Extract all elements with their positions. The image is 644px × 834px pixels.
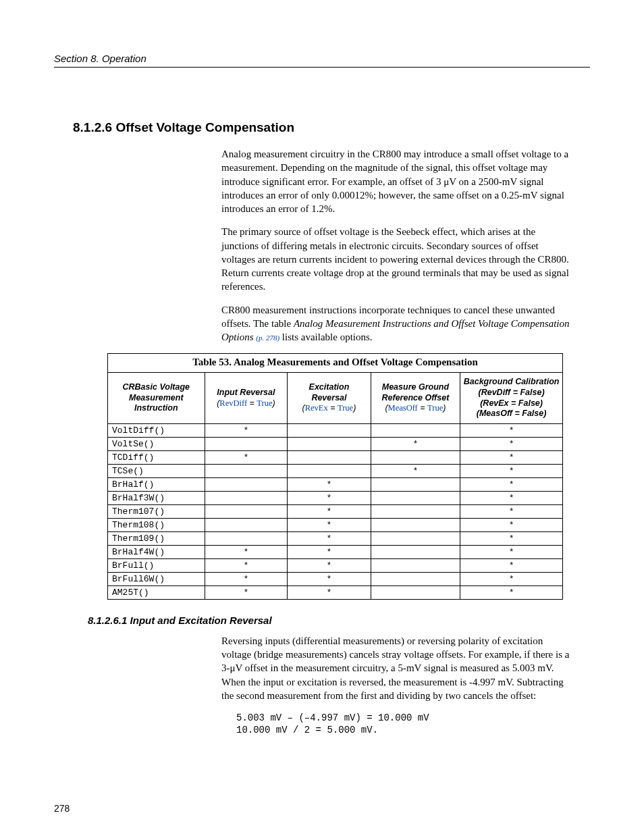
table-cell-b: [288, 437, 371, 450]
table-cell-b: *: [288, 518, 371, 531]
table-cell-b: *: [288, 531, 371, 545]
hdr-title: Background Calibration: [464, 377, 560, 386]
table-cell-a: [205, 464, 288, 477]
table-cell-a: *: [205, 585, 288, 599]
hdr-line-3: (RevEx = False): [480, 398, 543, 408]
paragraph-1: Analog measurement circuitry in the CR80…: [221, 147, 570, 215]
param-val: True: [257, 398, 272, 408]
table-row: BrHalf()**: [108, 477, 563, 491]
subsection-paragraph: Reversing inputs (differential measureme…: [221, 634, 570, 702]
col-header-ground-reference-offset: Measure Ground Reference Offset (MeasOff…: [371, 373, 460, 424]
table-cell-instr: BrHalf4W(): [108, 545, 205, 558]
table-cell-instr: Therm109(): [108, 531, 205, 545]
paren-close: ): [443, 403, 446, 413]
table-cell-d: *: [460, 423, 563, 437]
table-caption: Table 53. Analog Measurements and Offset…: [107, 353, 563, 372]
table-cell-d: *: [460, 491, 563, 504]
table-cell-c: [371, 491, 460, 504]
table-row: VoltDiff()**: [108, 423, 563, 437]
table-cell-c: [371, 558, 460, 572]
table-cell-a: [205, 437, 288, 450]
table-cell-d: *: [460, 450, 563, 464]
table-row: Therm109()**: [108, 531, 563, 545]
col-header-background-calibration: Background Calibration (RevDiff = False)…: [460, 373, 563, 424]
table-cell-c: [371, 477, 460, 491]
body-text-block: Analog measurement circuitry in the CR80…: [221, 147, 570, 344]
table-cell-instr: BrHalf3W(): [108, 491, 205, 504]
table-cell-b: *: [288, 585, 371, 599]
table-cell-b: *: [288, 545, 371, 558]
table-cell-d: *: [460, 531, 563, 545]
param-name: RevEx: [305, 403, 328, 413]
param-val: True: [338, 403, 353, 413]
table-header-row: CRBasic Voltage Measurement Instruction …: [108, 373, 563, 424]
table-row: BrFull()***: [108, 558, 563, 572]
hdr-line-2: (RevDiff = False): [479, 388, 545, 397]
p3-page-reference-link[interactable]: (p. 278): [256, 334, 279, 342]
hdr-title: Input Reversal: [217, 388, 275, 397]
table-cell-a: [205, 531, 288, 545]
col-header-instruction: CRBasic Voltage Measurement Instruction: [108, 373, 205, 424]
table-cell-a: *: [205, 572, 288, 585]
param-eq: =: [247, 398, 257, 408]
table-row: TCDiff()**: [108, 450, 563, 464]
param-name: MeasOff: [388, 403, 418, 413]
table-cell-instr: BrHalf(): [108, 477, 205, 491]
param-val: True: [427, 403, 443, 413]
table-cell-c: [371, 585, 460, 599]
table-cell-c: [371, 518, 460, 531]
table-cell-c: [371, 545, 460, 558]
page-number: 278: [54, 803, 70, 814]
hdr-param: (RevDiff = True): [217, 398, 275, 408]
table-cell-instr: BrFull6W(): [108, 572, 205, 585]
hdr-title: Excitation Reversal: [309, 382, 350, 402]
subsection-body-block: Reversing inputs (differential measureme…: [221, 634, 570, 702]
hdr-param: (RevEx = True): [302, 403, 356, 413]
calculation-code-block: 5.003 mV – (–4.997 mV) = 10.000 mV 10.00…: [236, 712, 590, 736]
table-cell-d: *: [460, 504, 563, 518]
table-cell-d: *: [460, 518, 563, 531]
table-cell-a: *: [205, 558, 288, 572]
table-cell-c: [371, 504, 460, 518]
table-cell-d: *: [460, 572, 563, 585]
table-cell-instr: VoltSe(): [108, 437, 205, 450]
table-cell-b: *: [288, 504, 371, 518]
paren-close: ): [353, 403, 356, 413]
table-cell-a: [205, 477, 288, 491]
table-cell-d: *: [460, 437, 563, 450]
table-cell-b: [288, 464, 371, 477]
table-cell-c: [371, 450, 460, 464]
table-cell-a: *: [205, 450, 288, 464]
table-row: BrHalf4W()***: [108, 545, 563, 558]
offset-compensation-table: Table 53. Analog Measurements and Offset…: [107, 353, 563, 600]
section-heading: 8.1.2.6 Offset Voltage Compensation: [73, 120, 590, 135]
table-cell-b: *: [288, 572, 371, 585]
table-cell-instr: TCDiff(): [108, 450, 205, 464]
table-cell-instr: BrFull(): [108, 558, 205, 572]
table-cell-b: *: [288, 491, 371, 504]
table-cell-a: *: [205, 423, 288, 437]
table-cell-b: *: [288, 477, 371, 491]
table-cell-b: [288, 423, 371, 437]
param-eq: =: [418, 403, 427, 413]
table-cell-d: *: [460, 464, 563, 477]
param-name: RevDiff: [219, 398, 247, 408]
table-cell-c: [371, 531, 460, 545]
table-cell-c: [371, 423, 460, 437]
param-eq: =: [328, 403, 338, 413]
hdr-title: Measure Ground Reference Offset: [381, 382, 449, 402]
table-cell-d: *: [460, 585, 563, 599]
table-cell-a: [205, 491, 288, 504]
table-row: VoltSe()**: [108, 437, 563, 450]
table-row: BrHalf3W()**: [108, 491, 563, 504]
table-row: BrFull6W()***: [108, 572, 563, 585]
table-cell-a: *: [205, 545, 288, 558]
table-cell-c: *: [371, 437, 460, 450]
table-cell-d: *: [460, 545, 563, 558]
table-cell-instr: VoltDiff(): [108, 423, 205, 437]
running-header: Section 8. Operation: [54, 53, 590, 68]
table-cell-instr: Therm108(): [108, 518, 205, 531]
table-cell-d: *: [460, 477, 563, 491]
paragraph-2: The primary source of offset voltage is …: [221, 225, 570, 293]
table-cell-b: [288, 450, 371, 464]
